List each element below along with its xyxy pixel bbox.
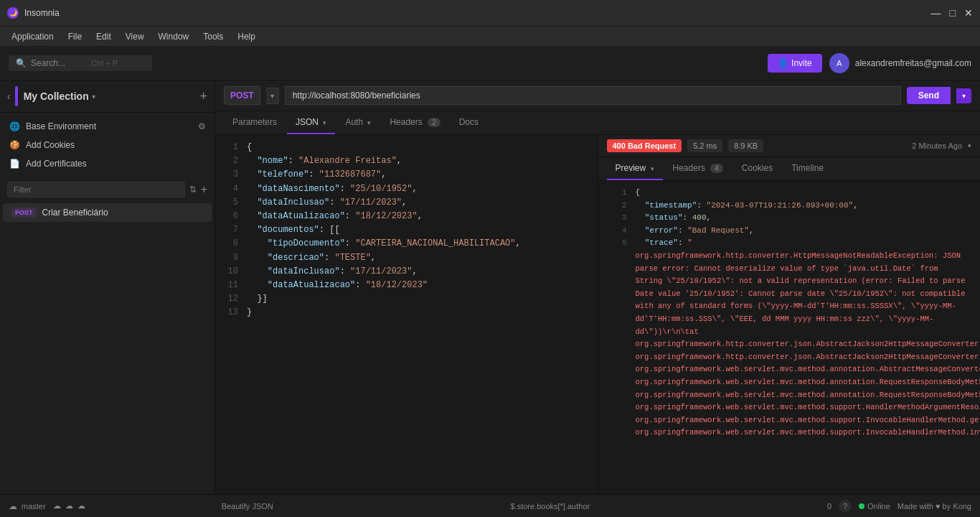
code-line-6: 6 "dataAtualizacao": "18/12/2023", [215,210,598,223]
sync-cloud-icon: ☁ [77,501,85,511]
tab-timeline[interactable]: Timeline [783,157,832,180]
request-body-editor[interactable]: 1 { 2 "nome": "Alexandre Freitas", 3 "te… [215,135,598,494]
add-request-button[interactable]: + [201,183,207,196]
user-info: A alexandremfreitas@gmail.com [829,53,971,73]
content-area: POST ▾ Send ▾ Parameters JSON ▾ Auth ▾ H… [215,80,980,494]
close-button[interactable]: ✕ [964,7,973,19]
invite-label: Invite [791,58,812,68]
title-bar: 🌙 Insomnia — □ ✕ [0,0,980,26]
add-certificates-label: Add Certificates [26,159,87,169]
menu-item-help[interactable]: Help [232,30,261,43]
upload-cloud-icon: ☁ [53,501,61,511]
header-right: 👤 Invite A alexandremfreitas@gmail.com [768,53,971,73]
header-bar: 🔍 Search... Ctrl + P 👤 Invite A alexandr… [0,46,980,80]
sidebar-env-section: 🌐 Base Environment ⚙ 🍪 Add Cookies 📄 Add… [0,113,215,177]
tab-preview-label: Preview [616,163,646,173]
tab-json[interactable]: JSON ▾ [287,111,335,134]
filter-row: ⇅ + [0,177,215,202]
bottom-bar: ☁ master ☁ ☁ ☁ Beautify JSON $.store.boo… [0,494,980,517]
menu-item-application[interactable]: Application [6,30,60,43]
sort-button[interactable]: ⇅ [189,185,197,195]
sidebar-collection-arrow[interactable]: ▾ [92,93,95,101]
tab-parameters[interactable]: Parameters [224,111,286,134]
search-box[interactable]: 🔍 Search... Ctrl + P [9,55,152,71]
invite-button[interactable]: 👤 Invite [768,54,822,73]
user-email: alexandremfreitas@gmail.com [855,58,971,68]
editor-panel: 1 { 2 "nome": "Alexandre Freitas", 3 "te… [215,135,980,494]
send-button[interactable]: Send [907,87,951,104]
window-controls: — □ ✕ [931,7,973,19]
code-line-9: 9 "descricao": "TESTE", [215,251,598,265]
menu-item-edit[interactable]: Edit [90,30,117,43]
online-dot [859,503,864,509]
beautify-json[interactable]: Beautify JSON [222,502,273,511]
menu-item-tools[interactable]: Tools [197,30,229,43]
time-ago-arrow[interactable]: ▾ [968,142,971,149]
code-line-2: 2 "nome": "Alexandre Freitas", [215,154,598,168]
sidebar-item-cookies[interactable]: 🍪 Add Cookies [0,136,215,154]
code-line-10: 10 "dataInclusao": "17/11/2023", [215,265,598,279]
code-line-7: 7 "documentos": [[ [215,223,598,237]
menu-bar: Application File Edit View Window Tools … [0,26,980,46]
download-cloud-icon: ☁ [65,501,73,511]
search-placeholder: Search... [31,58,65,68]
request-tabs-bar: Parameters JSON ▾ Auth ▾ Headers 2 Docs [215,111,980,135]
resp-line-1: 1 { [604,187,975,200]
url-input[interactable] [285,86,901,105]
bottom-right: 0 ? Online Made with ♥ by Kong [827,500,971,513]
code-line-8: 8 "tipoDocumento": "CARTEIRA_NACIONAL_HA… [215,237,598,251]
response-count: 0 [827,502,831,511]
title-bar-left: 🌙 Insomnia [7,7,60,19]
tab-auth-arrow: ▾ [367,119,371,126]
resp-line-5: 5 "trace": " [604,237,975,250]
help-button[interactable]: ? [839,500,852,513]
menu-item-view[interactable]: View [120,30,150,43]
minimize-button[interactable]: — [931,7,941,19]
branch-cloud-icon: ☁ [9,501,17,511]
gear-icon[interactable]: ⚙ [198,121,206,131]
response-body[interactable]: 1 { 2 "timestamp": "2024-03-07T19:21:26.… [598,181,981,494]
menu-item-window[interactable]: Window [153,30,195,43]
menu-item-file[interactable]: File [62,30,88,43]
code-line-3: 3 "telefone": "1132687687", [215,168,598,182]
tab-resp-headers[interactable]: Headers 4 [664,157,732,180]
tab-json-label: JSON [296,117,319,127]
tab-auth-label: Auth [345,117,363,127]
tab-resp-headers-label: Headers [673,163,705,173]
sidebar-collapse-button[interactable]: ‹ [7,90,11,102]
tab-preview[interactable]: Preview ▾ [607,157,663,180]
method-select[interactable]: POST [224,86,260,105]
main-layout: ‹ My Collection ▾ + 🌐 Base Environment ⚙… [0,80,980,494]
maximize-button[interactable]: □ [950,7,956,19]
bottom-left: ☁ master ☁ ☁ ☁ [9,501,85,511]
resp-line-4: 4 "error": "Bad Request", [604,225,975,238]
request-editor: 1 { 2 "nome": "Alexandre Freitas", 3 "te… [215,135,598,494]
method-dropdown-arrow[interactable]: ▾ [266,88,279,104]
tab-auth[interactable]: Auth ▾ [336,111,380,134]
response-size: 8.9 KB [728,139,763,152]
tab-docs[interactable]: Docs [451,111,487,134]
filter-input[interactable] [7,182,185,197]
tab-headers[interactable]: Headers 2 [381,111,448,134]
tab-cookies[interactable]: Cookies [733,157,781,180]
request-name: Criar Beneficiário [42,208,108,218]
tab-preview-arrow: ▾ [651,165,654,172]
code-line-13: 13 } [215,306,598,320]
app-title: Insomnia [24,8,60,18]
time-ago: 2 Minutes Ago [912,141,962,150]
avatar: A [829,53,849,73]
sidebar-item-base-env[interactable]: 🌐 Base Environment ⚙ [0,117,215,136]
online-status: Online [859,502,890,511]
sidebar-item-certificates[interactable]: 📄 Add Certificates [0,154,215,173]
branch-name: master [22,502,46,511]
add-cookies-label: Add Cookies [26,140,75,150]
request-item-criar-beneficiario[interactable]: POST Criar Beneficiário [3,203,212,222]
app-icon: 🌙 [7,7,19,19]
query-bar[interactable]: $.store.books[*].author [281,502,820,511]
code-line-5: 5 "dataInclusao": "17/11/2023", [215,196,598,210]
sidebar-add-button[interactable]: + [199,89,207,104]
send-dropdown-button[interactable]: ▾ [956,88,971,103]
request-bar: POST ▾ Send ▾ [215,80,980,111]
base-env-label: Base Environment [26,121,96,131]
search-shortcut: Ctrl + P [91,59,118,67]
